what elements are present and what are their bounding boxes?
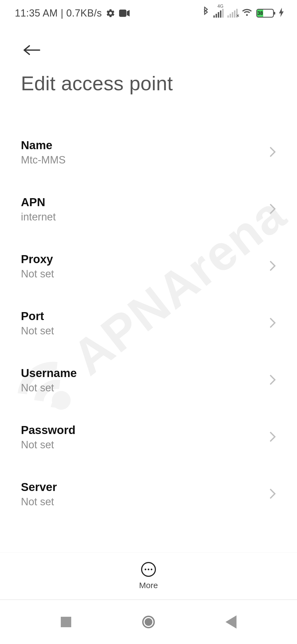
setting-server[interactable]: Server Not set [0,466,297,523]
header: Edit access point [0,23,297,103]
system-nav-bar [0,599,297,644]
status-data-rate: 0.7KB/s [66,7,102,19]
apn-settings-list: Name Mtc-MMS APN internet Proxy Not set … [0,124,297,539]
signal-sim2-icon [227,9,238,18]
back-button[interactable] [21,39,43,61]
bluetooth-icon [202,7,210,20]
status-right: 4G 38 [202,7,284,20]
more-button[interactable]: More [139,562,158,590]
setting-value: internet [21,211,263,223]
setting-value: Not set [21,496,263,508]
nav-back-button[interactable] [220,611,242,633]
chevron-right-icon [269,260,276,273]
battery-percent: 38 [257,10,263,17]
more-label: More [139,581,158,590]
circle-icon [142,616,155,628]
network-label: 4G [218,4,224,9]
page-title: Edit access point [21,72,276,95]
setting-password[interactable]: Password Not set [0,409,297,466]
setting-username[interactable]: Username Not set [0,352,297,409]
setting-value: Not set [21,382,263,394]
chevron-right-icon [269,488,276,501]
status-time-datarate: 11:35 AM | 0.7KB/s [15,7,102,19]
setting-value: Not set [21,439,263,451]
setting-label: Password [21,424,263,437]
setting-label: Port [21,310,263,323]
setting-value: Not set [21,325,263,337]
setting-label: Server [21,481,263,494]
chevron-right-icon [269,317,276,330]
triangle-left-icon [226,615,237,629]
status-bar: 11:35 AM | 0.7KB/s 4G 38 [0,0,297,23]
nav-home-button[interactable] [138,611,160,633]
wifi-status-icon [241,8,252,19]
setting-value: Mtc-MMS [21,154,263,166]
setting-label: APN [21,196,263,209]
chevron-right-icon [269,146,276,159]
video-icon [119,9,130,17]
setting-value: Not set [21,268,263,280]
setting-proxy[interactable]: Proxy Not set [0,238,297,295]
svg-rect-0 [119,10,127,17]
setting-label: MMSC [21,537,263,539]
gear-icon [106,9,115,18]
status-left: 11:35 AM | 0.7KB/s [15,7,130,19]
signal-sim1-icon: 4G [213,9,224,18]
nav-recents-button[interactable] [55,611,77,633]
setting-label: Username [21,367,263,380]
setting-label: Name [21,139,263,152]
status-time: 11:35 AM [15,7,58,19]
setting-mmsc[interactable]: MMSC http://10.16.18.4:38090/was [0,523,297,539]
arrow-left-icon [23,44,40,56]
battery-icon: 38 [256,9,274,18]
charging-icon [279,8,284,19]
bottom-action-bar: More [0,552,297,599]
chevron-right-icon [269,203,276,216]
setting-name[interactable]: Name Mtc-MMS [0,124,297,181]
chevron-right-icon [269,374,276,387]
more-icon [141,562,156,577]
chevron-right-icon [269,431,276,444]
setting-apn[interactable]: APN internet [0,181,297,238]
setting-label: Proxy [21,253,263,266]
setting-port[interactable]: Port Not set [0,295,297,352]
square-icon [61,617,71,627]
